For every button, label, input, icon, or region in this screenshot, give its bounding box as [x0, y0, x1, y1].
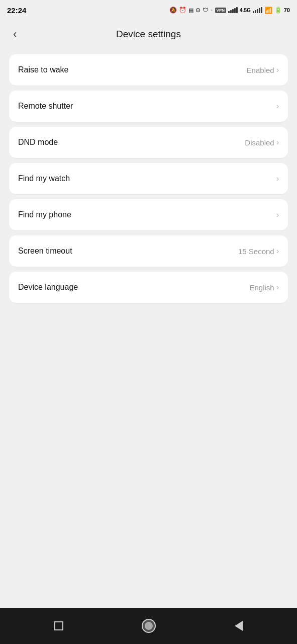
recent-apps-icon [54, 621, 63, 630]
dnd-mode-item[interactable]: DND mode Disabled › [9, 127, 288, 158]
remote-shutter-chevron: › [276, 102, 279, 111]
find-my-phone-label: Find my phone [18, 210, 71, 219]
screen-timeout-item[interactable]: Screen timeout 15 Second › [9, 235, 288, 267]
network-type: 4.5G [240, 8, 251, 13]
device-language-right: English › [249, 283, 279, 292]
vpn-badge: VPN [215, 8, 226, 13]
home-icon [142, 619, 156, 633]
header: ‹ Device settings [0, 20, 297, 48]
dot-icon: · [211, 6, 213, 15]
dnd-mode-label: DND mode [18, 138, 58, 147]
signal-bars-2 [253, 7, 262, 13]
content-spacer [0, 458, 297, 608]
remote-shutter-item[interactable]: Remote shutter › [9, 91, 288, 122]
screen-timeout-label: Screen timeout [18, 247, 72, 256]
screen-timeout-chevron: › [276, 247, 279, 256]
find-my-phone-chevron: › [276, 210, 279, 219]
device-language-item[interactable]: Device language English › [9, 272, 288, 303]
raise-to-wake-value: Enabled [247, 66, 274, 74]
raise-to-wake-label: Raise to wake [18, 65, 69, 74]
bottom-nav [0, 608, 297, 644]
screen-timeout-value: 15 Second [238, 247, 274, 256]
wifi-icon: 📶 [264, 7, 272, 14]
device-language-value: English [249, 283, 274, 292]
back-nav-icon [235, 621, 243, 631]
device-language-chevron: › [276, 283, 279, 292]
shield-icon: 🛡 [203, 7, 209, 14]
find-my-watch-chevron: › [276, 174, 279, 183]
message-icon: ▤ [188, 7, 193, 14]
remote-shutter-label: Remote shutter [18, 102, 73, 111]
back-nav-button[interactable] [225, 617, 253, 635]
battery-icon: 🔋 [274, 7, 282, 14]
dnd-mode-right: Disabled › [245, 138, 279, 147]
find-my-watch-label: Find my watch [18, 174, 70, 183]
dnd-mode-chevron: › [276, 138, 279, 147]
remote-shutter-right: › [274, 102, 279, 111]
status-time: 22:24 [7, 6, 26, 15]
page-title: Device settings [116, 29, 181, 40]
back-button[interactable]: ‹ [9, 27, 21, 42]
home-button[interactable] [132, 615, 166, 637]
status-bar: 22:24 🔕 ⏰ ▤ ⊙ 🛡 · VPN 4.5G 📶 🔋 70 [0, 0, 297, 20]
raise-to-wake-item[interactable]: Raise to wake Enabled › [9, 54, 288, 86]
status-icons: 🔕 ⏰ ▤ ⊙ 🛡 · VPN 4.5G 📶 🔋 70 [169, 6, 290, 15]
dnd-mode-value: Disabled [245, 138, 274, 147]
raise-to-wake-chevron: › [276, 65, 279, 74]
find-my-watch-right: › [274, 174, 279, 183]
device-language-label: Device language [18, 283, 78, 292]
signal-bars-1 [228, 7, 238, 13]
find-my-phone-right: › [274, 210, 279, 219]
alarm-icon: ⏰ [179, 7, 186, 14]
screen-timeout-right: 15 Second › [238, 247, 279, 256]
settings-list: Raise to wake Enabled › Remote shutter ›… [0, 48, 297, 458]
battery-percent: 70 [284, 7, 290, 13]
find-my-phone-item[interactable]: Find my phone › [9, 199, 288, 230]
recent-apps-button[interactable] [44, 617, 73, 634]
fitness-icon: ⊙ [195, 7, 201, 14]
raise-to-wake-right: Enabled › [247, 65, 279, 74]
find-my-watch-item[interactable]: Find my watch › [9, 163, 288, 194]
silent-icon: 🔕 [169, 7, 177, 14]
